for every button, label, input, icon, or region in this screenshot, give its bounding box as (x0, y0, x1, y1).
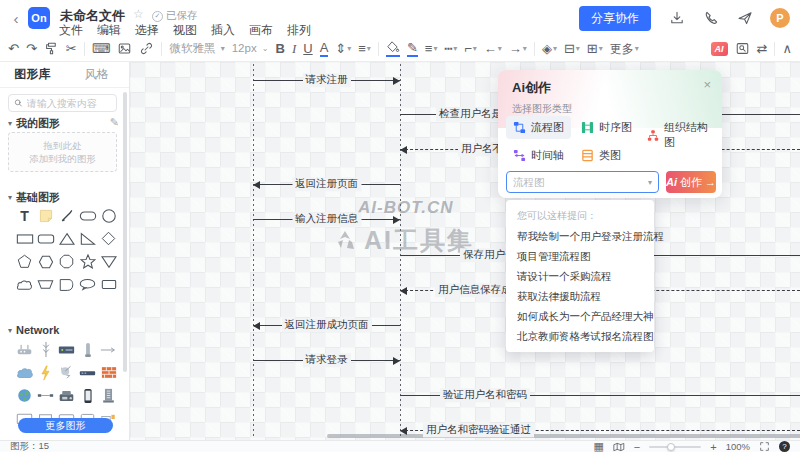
suggestion-item[interactable]: 项目管理流程图 (506, 246, 654, 266)
message-label[interactable]: 验证用户名和密码 (440, 388, 530, 402)
suggestion-item[interactable]: 帮我绘制一个用户登录注册流程 (506, 226, 654, 246)
lifeline[interactable] (253, 62, 254, 436)
ai-create-button[interactable]: Ai创作→ (666, 171, 716, 193)
line-dash-button[interactable]: ┅▾ (444, 42, 457, 55)
my-shapes-dropzone[interactable]: 拖到此处 添加到我的图形 (8, 132, 117, 172)
shape-pentagon[interactable] (14, 250, 35, 273)
phone-icon[interactable] (702, 10, 719, 27)
message-label[interactable]: 请求登录 (303, 353, 351, 367)
shape-pen[interactable] (56, 204, 77, 227)
shape-speech-bubble[interactable] (77, 273, 98, 296)
lifeline[interactable] (400, 62, 401, 436)
more-shapes-button[interactable]: 更多图形 (18, 418, 113, 433)
shape-triangle[interactable] (56, 227, 77, 250)
shape-globe[interactable] (14, 384, 35, 407)
type-class-diagram[interactable]: 类图 (574, 144, 628, 167)
collapse-toolbar-icon[interactable]: ∧ (782, 42, 792, 55)
stroke-color-button[interactable]: ✎ (407, 41, 418, 57)
canvas-horizontal-scrollbar[interactable] (327, 434, 800, 438)
italic-button[interactable]: I (292, 42, 296, 55)
shape-firewall[interactable] (98, 361, 119, 384)
type-sequence-diagram[interactable]: 时序图 (574, 116, 639, 139)
format-painter-icon[interactable] (44, 41, 59, 56)
line-height-button[interactable]: ⇕▾ (335, 42, 351, 55)
help-icon[interactable]: ? (779, 441, 790, 452)
arrow-start-button[interactable]: ←▾ (484, 42, 502, 55)
underline-button[interactable]: U (303, 42, 312, 55)
keyboard-icon[interactable]: ⌨ (92, 42, 111, 55)
network-header[interactable]: ▾ Network (8, 324, 59, 336)
shape-building[interactable] (98, 384, 119, 407)
shape-smartphone[interactable] (77, 384, 98, 407)
shape-right-triangle[interactable] (77, 227, 98, 250)
shape-rectangle-2[interactable] (98, 273, 119, 296)
app-logo[interactable]: On (28, 7, 50, 29)
shape-inverted-triangle[interactable] (98, 250, 119, 273)
shape-wireless-router[interactable] (14, 338, 35, 361)
download-icon[interactable] (668, 10, 685, 27)
message-label[interactable]: 输入注册信息 (292, 212, 361, 226)
message-label[interactable]: 返回注册成功页面 (282, 318, 372, 332)
shape-antenna[interactable] (35, 338, 56, 361)
close-icon[interactable]: × (703, 77, 711, 92)
shape-trapezoid[interactable] (35, 273, 56, 296)
send-icon[interactable] (736, 10, 753, 27)
suggestion-item[interactable]: 北京教师资格考试报名流程图 (506, 326, 654, 346)
font-family-select[interactable]: 微软雅黑 ▾ (169, 43, 224, 55)
fullscreen-icon[interactable] (759, 441, 770, 452)
connector-style-button[interactable]: ⌐▾ (464, 42, 477, 55)
link-icon[interactable] (139, 41, 154, 56)
zoom-slider-knob[interactable] (667, 443, 675, 451)
shape-text[interactable]: T (14, 204, 35, 227)
font-size-select[interactable]: 12px ⌄ (232, 43, 269, 55)
message-label[interactable]: 请求注册 (303, 73, 351, 87)
search-input[interactable] (27, 98, 111, 109)
message-label[interactable]: 用户名和密码验证通过 (423, 423, 534, 437)
star-icon[interactable]: ☆ (133, 7, 144, 21)
grid-toggle-icon[interactable]: ▦ (593, 440, 603, 452)
share-collaborate-button[interactable]: 分享协作 (579, 6, 651, 31)
shape-server[interactable] (56, 338, 77, 361)
bold-button[interactable]: B (276, 42, 285, 55)
shape-fax-machine[interactable] (56, 384, 77, 407)
shape-pill[interactable] (77, 204, 98, 227)
align-objects-button[interactable]: ⊟▾ (564, 42, 580, 55)
type-org-chart[interactable]: 组织结构图 (640, 116, 722, 154)
undo-icon[interactable]: ↶ (8, 42, 19, 55)
layers-button[interactable]: ◈▾ (542, 42, 557, 55)
image-icon[interactable] (117, 41, 132, 56)
zoom-in-icon[interactable]: + (710, 441, 716, 452)
suggestion-item[interactable]: 获取法律援助流程 (506, 286, 654, 306)
text-align-button[interactable]: ≡▾ (358, 42, 371, 55)
sidebar-scrollbar[interactable] (123, 92, 127, 372)
suggestion-item[interactable]: 请设计一个采购流程 (506, 266, 654, 286)
shape-rounded-rectangle[interactable] (35, 227, 56, 250)
shape-star[interactable] (77, 250, 98, 273)
insert-table-button[interactable]: ⊞▾ (587, 42, 603, 55)
suggestion-item[interactable]: 如何成长为一个产品经理大神 (506, 306, 654, 326)
avatar[interactable]: P (770, 8, 790, 28)
zoom-level[interactable]: 100% (726, 441, 750, 452)
basic-shapes-header[interactable]: ▾ 基础图形 (8, 190, 60, 205)
shape-connection-arrow[interactable] (98, 338, 119, 361)
shape-lightning[interactable] (35, 361, 56, 384)
shape-switch[interactable] (77, 361, 98, 384)
shape-hexagon[interactable] (35, 250, 56, 273)
shape-round-corner-square[interactable] (56, 273, 77, 296)
shape-diamond[interactable] (98, 227, 119, 250)
zoom-slider[interactable] (649, 446, 701, 448)
zoom-out-icon[interactable]: − (634, 441, 640, 452)
tab-shape-library[interactable]: 图形库 (0, 62, 65, 87)
fill-color-button[interactable] (386, 40, 400, 57)
ai-prompt-input[interactable] (513, 176, 648, 188)
more-tools-button[interactable]: 更多▾ (610, 43, 639, 55)
find-replace-icon[interactable] (735, 41, 750, 56)
shape-satellite-dish[interactable] (56, 361, 77, 384)
font-color-button[interactable]: A (320, 41, 329, 57)
ai-feature-badge[interactable]: AI (711, 42, 728, 56)
shape-cloud-network[interactable] (14, 361, 35, 384)
my-shapes-header[interactable]: ▾ 我的图形 (8, 116, 60, 131)
shape-cloud[interactable] (14, 273, 35, 296)
redo-icon[interactable]: ↷ (26, 42, 37, 55)
type-timeline[interactable]: 时间轴 (506, 144, 571, 167)
